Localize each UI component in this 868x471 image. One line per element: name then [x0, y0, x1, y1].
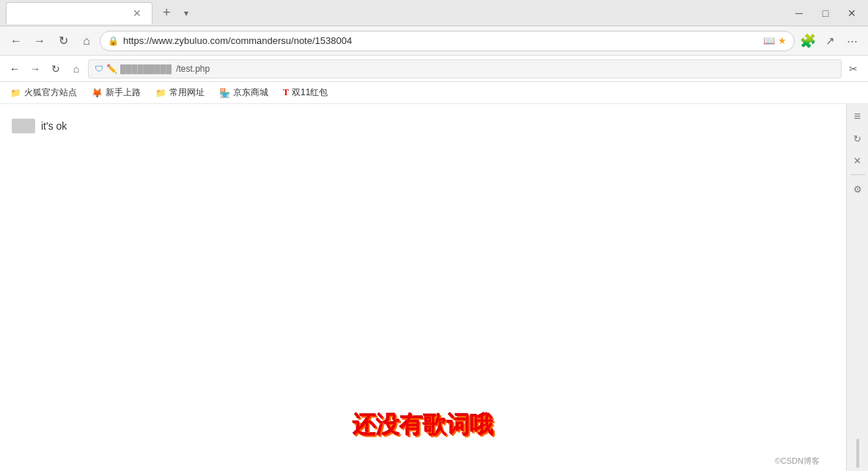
inner-address-text: /test.php: [176, 64, 210, 74]
minimize-button[interactable]: ─: [789, 4, 809, 22]
sidebar-divider: [850, 174, 865, 175]
store-icon: 🏪: [219, 88, 230, 98]
sidebar-close-button[interactable]: ✕: [848, 151, 867, 170]
bookmark-jd[interactable]: 🏪 京东商城: [215, 85, 273, 100]
inner-url-text: █████████: [120, 64, 172, 73]
tab-list-button[interactable]: ▾: [181, 7, 191, 20]
content-area: it's ok 还没有歌词哦 ©CSDN博客 ≡ ↻ ✕ ⚙: [0, 104, 868, 471]
inner-back-button[interactable]: ←: [6, 60, 23, 78]
folder-icon-1: 📁: [10, 88, 21, 98]
bookmark-common[interactable]: 📁 常用网址: [151, 85, 209, 100]
t-icon: T: [283, 87, 289, 98]
active-tab[interactable]: ✕: [6, 2, 152, 24]
browser-window: ✕ + ▾ ─ □ ✕ ← → ↻ ⌂ 🔒 https://www.zybulu…: [0, 0, 868, 471]
reader-view-icon[interactable]: 📖: [763, 35, 775, 46]
avatar-image: [12, 119, 35, 133]
address-bar[interactable]: 🔒 https://www.zybuluo.com/commandersu/no…: [100, 31, 795, 51]
menu-button[interactable]: ⋯: [842, 31, 862, 51]
firefox-icon: 🦊: [92, 88, 103, 98]
sidebar-sync-button[interactable]: ↻: [848, 129, 867, 148]
page-image-text-container: it's ok: [12, 119, 834, 133]
shield-icon: 🛡: [95, 64, 103, 74]
title-bar: ✕ + ▾ ─ □ ✕: [0, 0, 868, 26]
maximize-button[interactable]: □: [815, 4, 836, 22]
back-button[interactable]: ←: [6, 31, 26, 51]
bookmarks-bar: 📁 火狐官方站点 🦊 新手上路 📁 常用网址 🏪 京东商城 T 双11红包: [0, 82, 868, 104]
extensions-button[interactable]: 🧩: [798, 31, 818, 51]
address-text: https://www.zybuluo.com/commandersu/note…: [123, 35, 759, 46]
bottom-overlay: 还没有歌词哦: [353, 409, 493, 442]
forward-button[interactable]: →: [29, 31, 50, 51]
inner-refresh-button[interactable]: ↻: [47, 60, 65, 78]
edit-icon: ✏️: [106, 64, 117, 74]
bookmark-label-1: 火狐官方站点: [24, 86, 77, 99]
bookmark-newbie[interactable]: 🦊 新手上路: [87, 85, 145, 100]
title-bar-left: ✕ + ▾: [6, 2, 784, 24]
no-lyrics-text: 还没有歌词哦: [353, 412, 493, 438]
nav-bar: ← → ↻ ⌂ 🔒 https://www.zybuluo.com/comman…: [0, 26, 868, 56]
bookmark-double11[interactable]: T 双11红包: [279, 85, 332, 100]
folder-icon-2: 📁: [155, 88, 166, 98]
inner-screenshot-button[interactable]: ✂: [845, 60, 862, 78]
window-controls: ─ □ ✕: [789, 4, 862, 22]
inner-address-bar[interactable]: 🛡 ✏️ █████████ /test.php: [88, 59, 842, 78]
bookmark-label-2: 新手上路: [106, 86, 141, 99]
sidebar-drag-handle[interactable]: [856, 439, 859, 468]
tab-close-button[interactable]: ✕: [131, 7, 143, 19]
address-bar-right: 📖 ★: [763, 35, 787, 46]
sidebar-settings-button[interactable]: ⚙: [848, 179, 867, 199]
inner-address-icons: 🛡 ✏️ █████████: [95, 64, 172, 74]
page-content: it's ok 还没有歌词哦 ©CSDN博客: [0, 104, 846, 471]
inner-forward-button[interactable]: →: [26, 60, 44, 78]
close-button[interactable]: ✕: [842, 4, 862, 22]
watermark-text: ©CSDN博客: [775, 456, 820, 465]
home-button[interactable]: ⌂: [76, 31, 97, 51]
lock-icon: 🔒: [108, 36, 119, 46]
inner-nav-bar: ← → ↻ ⌂ 🛡 ✏️ █████████ /test.php ✂: [0, 56, 868, 82]
right-sidebar: ≡ ↻ ✕ ⚙: [846, 104, 868, 471]
share-button[interactable]: ↗: [820, 31, 840, 51]
csdn-watermark: ©CSDN博客: [775, 456, 820, 467]
bookmark-label-3: 常用网址: [169, 86, 205, 99]
bookmark-star-icon[interactable]: ★: [778, 35, 787, 46]
bookmark-foxsite[interactable]: 📁 火狐官方站点: [6, 85, 81, 100]
inner-home-button[interactable]: ⌂: [67, 60, 85, 78]
bookmark-label-4: 京东商城: [233, 86, 268, 99]
new-tab-button[interactable]: +: [158, 4, 175, 22]
refresh-button[interactable]: ↻: [53, 31, 73, 51]
page-ok-text: it's ok: [41, 120, 67, 132]
bookmark-label-5: 双11红包: [292, 86, 328, 99]
sidebar-menu-button[interactable]: ≡: [848, 107, 867, 126]
nav-right-icons: 🧩 ↗ ⋯: [798, 31, 862, 51]
